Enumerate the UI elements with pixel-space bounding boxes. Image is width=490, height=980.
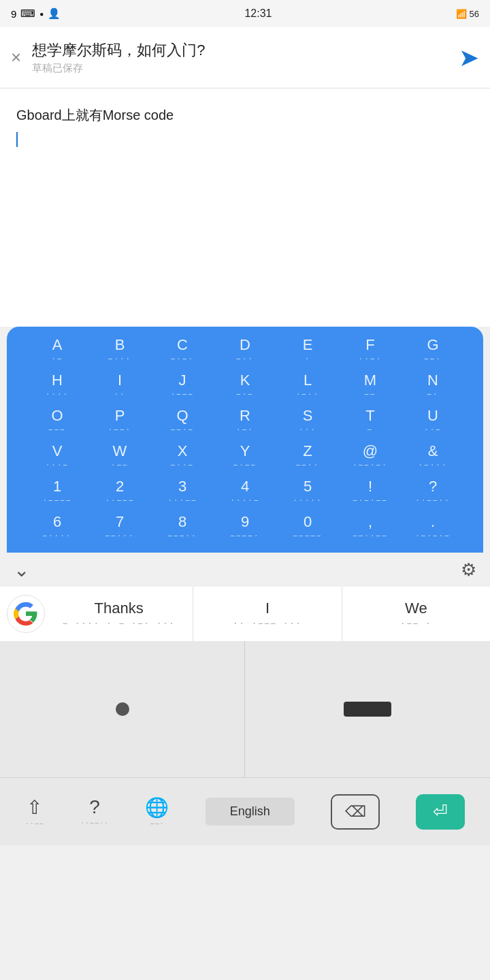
morse-key-![interactable]: ! −·−·−− bbox=[340, 475, 401, 508]
morse-key-.[interactable]: . ·−·−·− bbox=[402, 510, 463, 543]
morse-key-k[interactable]: K −·− bbox=[214, 369, 276, 402]
morse-key-s[interactable]: S ··· bbox=[277, 404, 338, 437]
morse-dash-button[interactable] bbox=[245, 641, 490, 777]
morse-key-r[interactable]: R ·−· bbox=[214, 404, 276, 437]
key-code: −··· bbox=[108, 355, 132, 363]
morse-key-c[interactable]: C −·−· bbox=[152, 333, 213, 366]
morse-key-?[interactable]: ? ··−−·· bbox=[402, 475, 463, 508]
keyboard-row: H ···· I ·· J ·−−− K −·− L ·−·· M −− N −… bbox=[11, 369, 479, 402]
morse-key-6[interactable]: 6 −···· bbox=[27, 510, 88, 543]
morse-key-h[interactable]: H ···· bbox=[27, 369, 88, 402]
suggestion-item-1[interactable]: I ·· ·−−− ··· bbox=[193, 587, 341, 641]
key-label: ? bbox=[429, 479, 437, 494]
backspace-button[interactable]: ⌫ bbox=[331, 794, 380, 830]
key-code: −·· bbox=[236, 355, 254, 363]
suggestion-text: Thanks bbox=[95, 600, 144, 617]
morse-key-x[interactable]: X −··− bbox=[152, 440, 213, 472]
morse-key-@[interactable]: @ ·−−·−· bbox=[340, 440, 401, 472]
morse-key-j[interactable]: J ·−−− bbox=[152, 369, 213, 402]
morse-key-4[interactable]: 4 ····− bbox=[214, 475, 276, 508]
morse-key-0[interactable]: 0 −−−−− bbox=[277, 510, 338, 543]
morse-key-2[interactable]: 2 ··−−− bbox=[89, 475, 150, 508]
keyboard-container: A ·− B −··· C −·−· D −·· E · F ··−· G −−… bbox=[0, 327, 490, 845]
key-label: H bbox=[52, 373, 63, 388]
notification-icon: 9 bbox=[11, 8, 16, 20]
suggestion-item-0[interactable]: Thanks − ···· · − ·−· ··· bbox=[45, 587, 193, 641]
morse-key-d[interactable]: D −·· bbox=[214, 333, 276, 366]
key-code: −·−·−− bbox=[353, 496, 388, 505]
key-label: 9 bbox=[241, 514, 249, 529]
key-label: @ bbox=[363, 444, 378, 459]
key-label: 1 bbox=[53, 479, 61, 494]
google-logo bbox=[7, 595, 45, 633]
suggestion-morse: − ···· · − ·−· ··· bbox=[63, 619, 176, 628]
morse-key-f[interactable]: F ··−· bbox=[340, 333, 401, 366]
content-area[interactable]: Gboard上就有Morse code bbox=[0, 88, 490, 327]
morse-input-area bbox=[0, 641, 490, 777]
key-code: ··− bbox=[424, 425, 442, 434]
key-label: 7 bbox=[116, 514, 124, 529]
key-label: 6 bbox=[53, 514, 61, 529]
help-button[interactable]: ? ··−−·· bbox=[80, 796, 109, 827]
key-code: ···· bbox=[46, 390, 69, 399]
key-code: ···− bbox=[46, 461, 69, 470]
morse-key-t[interactable]: T − bbox=[340, 404, 401, 437]
morse-key-n[interactable]: N −· bbox=[402, 369, 463, 402]
key-label: , bbox=[368, 514, 372, 529]
morse-key-8[interactable]: 8 −−−·· bbox=[152, 510, 213, 543]
morse-key-y[interactable]: Y −·−− bbox=[214, 440, 276, 472]
morse-key-&[interactable]: & ·−··· bbox=[402, 440, 463, 472]
dot-visual bbox=[116, 702, 129, 716]
suggestion-items: Thanks − ···· · − ·−· ··· I ·· ·−−− ··· … bbox=[45, 587, 490, 641]
key-label: . bbox=[431, 514, 435, 529]
language-selector[interactable]: English bbox=[206, 798, 295, 826]
email-subject: 想学摩尔斯码，如何入门? bbox=[32, 40, 459, 61]
morse-key-q[interactable]: Q −−·− bbox=[152, 404, 213, 437]
morse-key-3[interactable]: 3 ···−− bbox=[152, 475, 213, 508]
morse-keyboard: A ·− B −··· C −·−· D −·· E · F ··−· G −−… bbox=[7, 327, 483, 553]
morse-key-u[interactable]: U ··− bbox=[402, 404, 463, 437]
key-label: D bbox=[240, 338, 250, 353]
dash-visual bbox=[344, 702, 391, 717]
morse-key-m[interactable]: M −− bbox=[340, 369, 401, 402]
morse-key-p[interactable]: P ·−−· bbox=[89, 404, 150, 437]
morse-key-5[interactable]: 5 ····· bbox=[277, 475, 338, 508]
key-label: B bbox=[115, 338, 125, 353]
morse-key-7[interactable]: 7 −−··· bbox=[89, 510, 150, 543]
morse-key-o[interactable]: O −−− bbox=[27, 404, 88, 437]
key-label: Z bbox=[303, 444, 312, 459]
enter-button[interactable]: ⏎ bbox=[416, 794, 465, 830]
morse-key-a[interactable]: A ·− bbox=[27, 333, 88, 366]
settings-button[interactable]: ⚙ bbox=[461, 559, 476, 581]
text-cursor bbox=[16, 132, 18, 147]
suggestion-item-2[interactable]: We ·−− · bbox=[342, 587, 490, 641]
morse-key-b[interactable]: B −··· bbox=[89, 333, 150, 366]
key-label: A bbox=[52, 338, 63, 353]
hide-keyboard-button[interactable]: ⌄ bbox=[14, 559, 29, 581]
close-button[interactable]: × bbox=[11, 47, 21, 68]
key-label: K bbox=[240, 373, 250, 388]
morse-key-e[interactable]: E · bbox=[277, 333, 338, 366]
morse-dot-button[interactable] bbox=[0, 641, 245, 777]
send-button[interactable]: ➤ bbox=[459, 44, 479, 72]
key-code: ·− bbox=[51, 355, 63, 363]
morse-key-1[interactable]: 1 ·−−−− bbox=[27, 475, 88, 508]
question-icon: ? bbox=[89, 796, 100, 818]
morse-key-v[interactable]: V ···− bbox=[27, 440, 88, 472]
key-label: V bbox=[52, 444, 63, 459]
shift-button[interactable]: ⇧ ··−− bbox=[25, 796, 44, 828]
morse-key-i[interactable]: I ·· bbox=[89, 369, 150, 402]
morse-key-z[interactable]: Z −−·· bbox=[277, 440, 338, 472]
key-code: −·−· bbox=[171, 355, 195, 363]
key-code: ··−−·· bbox=[415, 496, 451, 505]
language-globe-button[interactable]: 🌐 −−· bbox=[145, 796, 169, 828]
morse-key-w[interactable]: W ·−− bbox=[89, 440, 150, 472]
morse-key-g[interactable]: G −−· bbox=[402, 333, 463, 366]
key-label: F bbox=[365, 338, 374, 353]
status-bar: 9 ⌨ ● 👤 12:31 📶 56 bbox=[0, 0, 490, 27]
morse-key-l[interactable]: L ·−·· bbox=[277, 369, 338, 402]
morse-key-,[interactable]: , −−··−− bbox=[340, 510, 401, 543]
key-code: −· bbox=[427, 390, 438, 399]
key-code: −−−−− bbox=[293, 532, 322, 540]
morse-key-9[interactable]: 9 −−−−· bbox=[214, 510, 276, 543]
